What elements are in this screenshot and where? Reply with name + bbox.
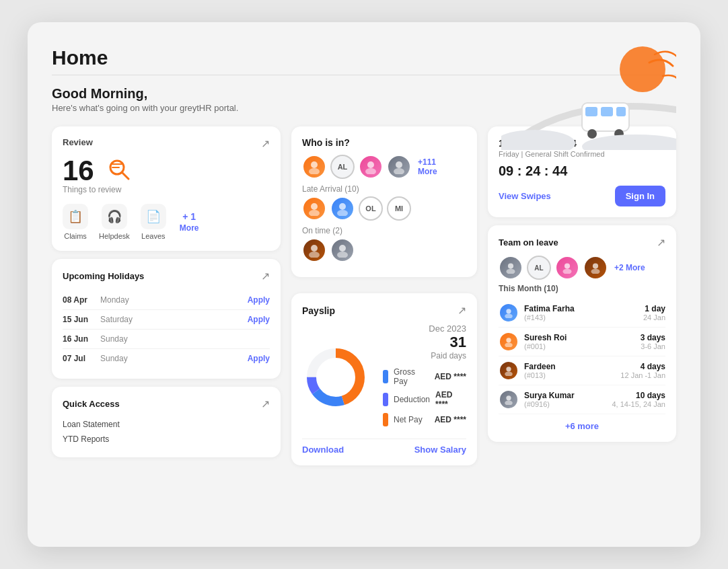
download-button[interactable]: Download <box>302 445 344 455</box>
surya-name: Surya Kumar <box>524 391 606 400</box>
payslip-arrow-icon[interactable]: ↗ <box>458 304 466 317</box>
review-helpdesk-item[interactable]: 🎧 Helpdesk <box>99 204 130 240</box>
review-claims-item[interactable]: 📋 Claims <box>63 204 88 240</box>
svg-point-35 <box>593 263 598 268</box>
review-card: Review ↗ 16 Things to review <box>52 126 281 251</box>
holiday-row-4: 07 Jul Sunday Apply <box>63 349 270 368</box>
payslip-card: Payslip ↗ <box>291 293 477 465</box>
fatima-id: (#143) <box>524 313 638 321</box>
signin-button[interactable]: Sign In <box>615 186 665 206</box>
svg-point-41 <box>506 367 511 371</box>
holiday-date-1: 08 Apr <box>63 295 96 305</box>
svg-point-37 <box>506 309 511 313</box>
main-grid: Review ↗ 16 Things to review <box>52 126 676 465</box>
view-swipes-button[interactable]: View Swipes <box>499 191 551 201</box>
review-arrow-icon[interactable]: ↗ <box>261 137 270 150</box>
review-things-label: Things to review <box>63 185 270 194</box>
avatar-person4 <box>387 155 411 179</box>
team-more-members[interactable]: +6 more <box>499 421 665 431</box>
pay-row-deduction: Deduction AED **** <box>383 390 466 409</box>
fatima-name: Fatima Farha <box>524 304 638 313</box>
svg-point-40 <box>505 342 513 347</box>
payslip-content: Dec 2023 31 Paid days Gross Pay AED ****… <box>302 324 466 430</box>
review-more-plus: + 1 <box>182 211 196 222</box>
leaves-label: Leaves <box>141 232 165 240</box>
team-avatar-2 <box>555 256 579 280</box>
show-salary-button[interactable]: Show Salary <box>414 445 466 455</box>
apply-button-1[interactable]: Apply <box>248 295 270 305</box>
fatima-days: 1 day <box>643 304 665 313</box>
svg-point-5 <box>587 129 597 139</box>
gross-pay-value: AED **** <box>435 372 466 381</box>
holidays-title: Upcoming Holidays <box>63 271 144 281</box>
fatima-dates: 24 Jan <box>643 313 665 321</box>
review-more-label: More <box>180 223 199 233</box>
svg-point-15 <box>367 161 374 168</box>
whoisin-more-link[interactable]: +111More <box>418 157 437 176</box>
fatima-info: Fatima Farha (#143) <box>524 304 638 321</box>
pay-row-gross: Gross Pay AED **** <box>383 367 466 386</box>
apply-button-2[interactable]: Apply <box>248 315 270 324</box>
surya-info: Surya Kumar (#0916) <box>524 391 606 408</box>
fardeen-days: 4 days <box>620 362 665 371</box>
apply-button-4[interactable]: Apply <box>248 354 270 363</box>
payslip-donut <box>302 344 369 411</box>
team-more-link[interactable]: +2 More <box>614 263 645 272</box>
review-icons-row: 📋 Claims 🎧 Helpdesk 📄 Leaves + 1 More <box>63 204 270 240</box>
this-month-label: This Month (10) <box>499 284 665 293</box>
team-leave-arrow-icon[interactable]: ↗ <box>657 236 665 249</box>
svg-point-14 <box>309 168 320 174</box>
quick-link-ytd[interactable]: YTD Reports <box>63 432 270 447</box>
holidays-arrow-icon[interactable]: ↗ <box>261 270 270 282</box>
suresh-id: (#001) <box>524 342 635 350</box>
svg-point-25 <box>339 245 346 252</box>
payslip-days-label: Paid days <box>383 351 466 361</box>
fardeen-avatar <box>499 361 519 381</box>
avatar-person1 <box>302 155 326 179</box>
svg-point-24 <box>309 252 320 258</box>
holiday-date-4: 07 Jul <box>63 354 96 363</box>
fardeen-leave: 4 days 12 Jan -1 Jan <box>620 362 665 379</box>
team-member-surya: Surya Kumar (#0916) 10 days 4, 14-15, 24… <box>499 385 665 414</box>
svg-point-31 <box>508 263 513 268</box>
app-container: Home Good Morning, Here's what's going o… <box>28 22 700 547</box>
suresh-avatar <box>499 332 519 352</box>
ontime-label: On time (2) <box>302 226 466 235</box>
review-leaves-item[interactable]: 📄 Leaves <box>141 204 166 240</box>
fardeen-dates: 12 Jan -1 Jan <box>620 371 665 379</box>
holiday-date-3: 16 Jun <box>63 334 96 344</box>
review-count-row: 16 <box>63 153 270 185</box>
surya-leave: 10 days 4, 14-15, 24 Jan <box>612 391 665 408</box>
team-leave-avatars: AL +2 More <box>499 256 665 280</box>
quick-access-arrow-icon[interactable]: ↗ <box>261 397 270 410</box>
svg-point-21 <box>339 203 346 210</box>
holiday-row-2: 15 Jun Saturday Apply <box>63 310 270 330</box>
team-avatar-al <box>499 256 523 280</box>
middle-column: Who is in? AL +111More Late Ar <box>291 126 477 465</box>
deduction-value: AED **** <box>435 390 466 409</box>
late-avatar-mi: MI <box>387 196 411 221</box>
quick-link-loan[interactable]: Loan Statement <box>63 417 270 432</box>
holiday-day-3: Sunday <box>100 334 270 344</box>
svg-point-38 <box>505 313 513 318</box>
suresh-days: 3 days <box>641 333 665 342</box>
review-more-badge[interactable]: + 1 More <box>180 211 199 233</box>
holidays-header: Upcoming Holidays ↗ <box>63 270 270 282</box>
quick-access-card: Quick Access ↗ Loan Statement YTD Report… <box>52 387 281 457</box>
svg-point-18 <box>394 168 404 174</box>
surya-id: (#0916) <box>524 400 606 408</box>
payslip-month: Dec 2023 <box>383 324 466 334</box>
pay-row-net: Net Pay AED **** <box>383 413 466 426</box>
payslip-info: Dec 2023 31 Paid days Gross Pay AED ****… <box>383 324 466 430</box>
svg-rect-4 <box>616 107 626 116</box>
svg-point-20 <box>309 210 320 216</box>
fatima-leave: 1 day 24 Jan <box>643 304 665 321</box>
holiday-day-1: Monday <box>100 295 248 305</box>
svg-rect-11 <box>112 163 122 165</box>
claims-icon: 📋 <box>63 204 88 229</box>
svg-point-43 <box>506 395 511 400</box>
leaves-icon: 📄 <box>141 204 166 229</box>
helpdesk-icon: 🎧 <box>102 204 127 229</box>
fardeen-id: (#013) <box>524 371 615 379</box>
time-text: 09 : 24 : 44 <box>499 163 665 179</box>
